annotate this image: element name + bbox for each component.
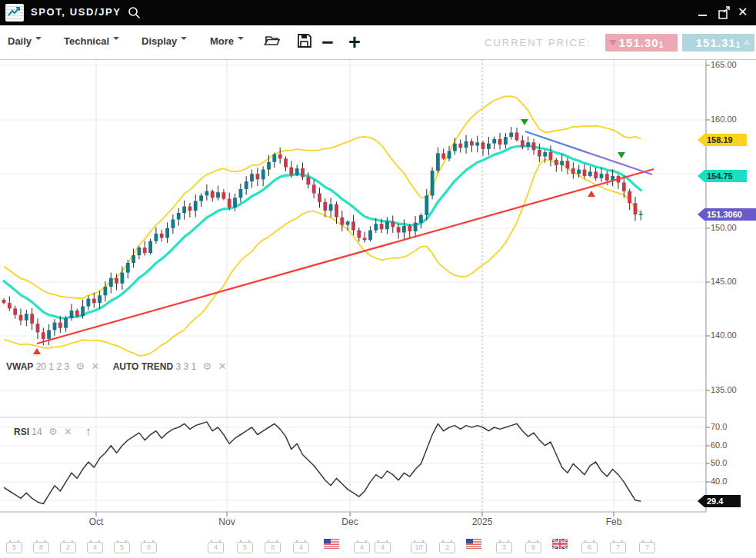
menu-timeframe[interactable]: Daily [8, 35, 42, 47]
menu-more[interactable]: More [210, 35, 244, 47]
chevron-down-icon [113, 37, 119, 43]
calendar-event-icon[interactable]: 4 [375, 539, 391, 553]
calendar-event-icon[interactable]: 5 [6, 539, 22, 553]
minimize-button[interactable] [698, 15, 707, 16]
calendar-event-icon[interactable]: 4 [354, 539, 370, 553]
price-badge: 154.75 [698, 170, 747, 182]
price-tick-label: 150.00 [711, 223, 737, 232]
arrow-down-icon [609, 40, 617, 49]
symbol-title: SPOT, USD/JPY [31, 6, 122, 18]
chevron-down-icon [181, 37, 187, 43]
expand-pane-arrow-icon[interactable]: ↑ [85, 424, 92, 437]
calendar-event-icon[interactable]: 9 [525, 539, 541, 553]
zoom-in-button[interactable]: + [348, 27, 361, 58]
rsi-value-badge: 29.4 [698, 495, 741, 507]
gear-icon[interactable]: ⚙ [75, 360, 85, 372]
menu-display[interactable]: Display [142, 35, 187, 47]
ask-price-badge: 151.311 [682, 34, 754, 51]
calendar-event-icon[interactable]: 5 [237, 539, 253, 553]
bid-price-badge: 151.301 [605, 34, 678, 51]
calendar-event-icon[interactable]: 7 [639, 539, 655, 553]
chevron-down-icon [238, 37, 244, 43]
chart-app-icon [5, 4, 24, 22]
calendar-event-icon[interactable]: 7 [610, 539, 626, 553]
auto-trend-name: AUTO TREND [113, 361, 173, 372]
chart-canvas[interactable] [0, 0, 756, 558]
auto-trend-params: 3 3 1 [175, 361, 196, 372]
price-tick-label: 165.00 [711, 60, 737, 69]
gear-icon[interactable]: ⚙ [203, 360, 212, 372]
calendar-event-icon[interactable]: 2 [60, 539, 76, 553]
month-label: 2025 [472, 516, 493, 527]
rsi-tick-label: 40.0 [711, 477, 727, 486]
price-badge: 151.3060 [698, 208, 756, 221]
close-icon[interactable]: ✕ [64, 426, 72, 437]
calendar-event-icon[interactable]: 2 [439, 539, 455, 553]
uk-flag-icon[interactable] [552, 538, 568, 552]
rsi-tick-label: 60.0 [711, 440, 727, 450]
price-tick-label: 135.00 [711, 385, 737, 394]
price-tick-label: 140.00 [711, 330, 737, 340]
vwap-params: 20 1 2 3 [36, 361, 69, 372]
price-badge: 158.19 [698, 134, 747, 146]
close-icon[interactable]: ✕ [218, 360, 227, 372]
vwap-indicator-label: VWAP 20 1 2 3 ⚙ ✕ AUTO TREND 3 3 1 ⚙ ✕ [6, 360, 226, 372]
calendar-event-icon[interactable]: 8 [265, 539, 281, 553]
rsi-tick-label: 70.0 [711, 422, 727, 431]
rsi-indicator-label: RSI 14 ⚙ ✕ ↑ [14, 424, 92, 437]
save-icon[interactable] [297, 33, 312, 51]
month-label: Feb [606, 516, 622, 527]
close-button[interactable]: ✕ [738, 5, 748, 19]
rsi-tick-label: 50.0 [711, 458, 727, 467]
calendar-event-icon[interactable]: 6 [581, 539, 598, 553]
calendar-event-icon[interactable]: 5 [114, 539, 130, 553]
chevron-down-icon [35, 37, 42, 43]
gear-icon[interactable]: ⚙ [48, 426, 58, 437]
rsi-params: 14 [32, 427, 42, 437]
calendar-event-icon[interactable]: 3 [496, 539, 512, 553]
calendar-event-icon[interactable]: 8 [33, 539, 49, 553]
price-tick-label: 160.00 [711, 115, 737, 124]
calendar-event-icon[interactable]: 10 [411, 539, 427, 553]
calendar-event-icon[interactable]: 4 [293, 539, 309, 553]
vwap-name: VWAP [6, 361, 33, 372]
rsi-name: RSI [14, 427, 29, 437]
popout-button[interactable] [718, 5, 733, 24]
search-icon[interactable] [128, 6, 142, 23]
calendar-event-icon[interactable]: 4 [208, 539, 224, 553]
close-icon[interactable]: ✕ [91, 360, 99, 372]
calendar-event-icon[interactable]: 4 [87, 539, 103, 553]
us-flag-icon[interactable] [466, 538, 481, 552]
month-label: Dec [341, 516, 358, 527]
month-label: Oct [89, 516, 104, 527]
arrow-up-icon [743, 35, 751, 45]
toolbar: Daily Technical Display More − + CURRENT… [0, 25, 756, 60]
price-tick-label: 145.00 [711, 277, 737, 286]
menu-technical[interactable]: Technical [64, 35, 119, 47]
month-label: Nov [218, 516, 235, 527]
open-folder-icon[interactable] [264, 33, 281, 51]
title-bar: SPOT, USD/JPY ✕ [0, 0, 756, 25]
current-price-label: CURRENT PRICE: [485, 37, 591, 48]
zoom-out-button[interactable]: − [321, 27, 334, 58]
calendar-event-icon[interactable]: 6 [141, 539, 157, 553]
us-flag-icon[interactable] [324, 538, 339, 552]
